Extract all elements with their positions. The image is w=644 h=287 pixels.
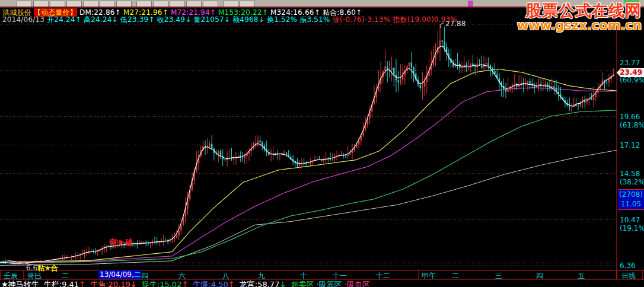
price-level-label: 14.58	[620, 170, 640, 178]
price-level-label: (38.2%)	[620, 178, 644, 186]
ma-line-m72	[0, 88, 617, 263]
watermark-url: www.gszx.com.cn	[517, 19, 642, 32]
ma-line-dm	[0, 46, 614, 263]
status-bar: ★神马牧牛 牛栏:9.41↑ 牛角:20.19↓ 捉牛:15.02↑ 牛缰:4.…	[1, 279, 372, 287]
price-level-label: 17.12	[620, 141, 640, 149]
axis-tick-label: 四	[536, 271, 543, 281]
price-level-label: 10.47	[620, 216, 640, 224]
text-segment: 牛缰:4.50↑	[190, 280, 234, 287]
price-level-label: (19.1%)	[620, 224, 644, 232]
trend-arrow-icon: ↓	[279, 280, 286, 287]
axis-tick-label: 五	[578, 271, 585, 281]
price-level-label: 23.77	[620, 59, 640, 67]
ma-line-m153	[0, 110, 617, 263]
selected-date: 13/04/09,	[100, 270, 134, 279]
axis-tick-label: 十二	[376, 271, 390, 281]
trend-arrow-icon: ↓	[130, 280, 137, 287]
selected-weekday: 二	[134, 270, 141, 279]
price-level-label: (60.9%)	[620, 76, 644, 84]
selected-date-cell: 13/04/09,二	[98, 270, 141, 279]
cost-price-box: (2708) 11.05	[618, 189, 644, 210]
ma-line-m324	[0, 150, 617, 265]
cost-box-line1: (2708)	[618, 190, 644, 199]
peak-price-label: 27.88	[445, 20, 466, 28]
text-segment: ★神马牧牛	[1, 280, 42, 287]
time-axis: 13/04/09,二 日线 壬辰癸巳二四六八九十十一十二甲午二三四五	[0, 270, 644, 280]
trend-arrow-icon: ↑	[181, 280, 188, 287]
axis-tick-label: 二	[452, 271, 459, 281]
text-segment: 牛栏:9.41↑	[44, 280, 85, 287]
price-level-label: 19.66	[620, 113, 640, 121]
text-segment: 捉牛:15.02↑	[139, 280, 189, 287]
candlestick-chart[interactable]	[0, 0, 644, 287]
text-segment: 牛角:20.19↓	[88, 280, 137, 287]
text-segment: ·吸血区	[345, 280, 370, 287]
period-label[interactable]: 日线	[621, 271, 636, 281]
text-segment: 龙宫:58.77↓	[237, 280, 286, 287]
trend-arrow-icon: ↑	[79, 280, 85, 287]
price-level-label: 6.36	[620, 262, 636, 270]
ma-line-m27	[0, 69, 617, 262]
watermark-title: 股票公式在线网	[517, 2, 642, 19]
trading-app-window: 洪城股份【动态量价】DM:22.86↑M27:21.96↑M72:21.94↑M…	[0, 0, 644, 287]
watermark: 股票公式在线网 www.gszx.com.cn	[517, 2, 642, 32]
text-segment: 超卖区	[288, 280, 314, 287]
trend-arrow-icon: ↑	[228, 280, 235, 287]
breakout-annotation: 突★破	[109, 237, 133, 248]
cost-box-line2: 11.05	[618, 199, 644, 209]
price-level-label: (61.8%)	[620, 121, 644, 129]
axis-tick-label: 三	[495, 271, 502, 281]
text-segment: ·吸筹区	[316, 280, 342, 287]
axis-tick-label: 甲午	[422, 271, 436, 281]
